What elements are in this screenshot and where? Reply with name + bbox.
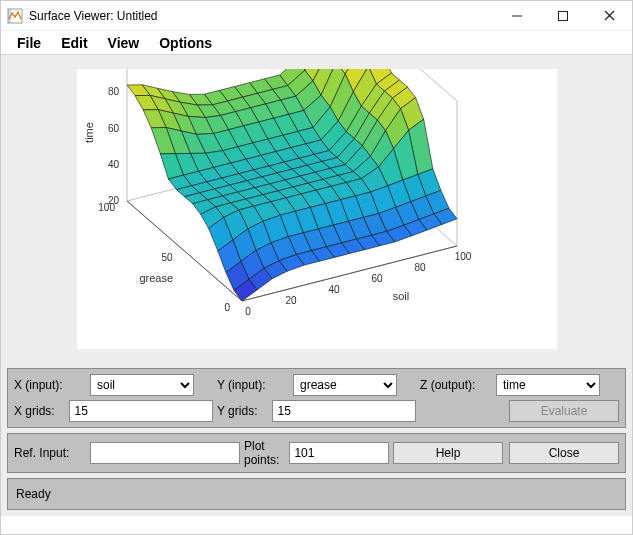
controls: X (input): soil Y (input): grease Z (out… bbox=[1, 363, 632, 516]
svg-text:60: 60 bbox=[371, 273, 383, 284]
menu-options[interactable]: Options bbox=[149, 33, 222, 53]
svg-text:40: 40 bbox=[107, 159, 119, 170]
window-title: Surface Viewer: Untitled bbox=[29, 9, 158, 23]
xgrids-input[interactable] bbox=[69, 400, 213, 422]
plotpoints-label: Plot points: bbox=[244, 439, 283, 467]
xinput-label: X (input): bbox=[14, 378, 84, 392]
titlebar: Surface Viewer: Untitled bbox=[1, 1, 632, 31]
ygrids-input[interactable] bbox=[272, 400, 416, 422]
minimize-button[interactable] bbox=[494, 1, 540, 31]
svg-text:time: time bbox=[83, 122, 95, 143]
input-panel: X (input): soil Y (input): grease Z (out… bbox=[7, 368, 626, 428]
svg-text:grease: grease bbox=[139, 272, 173, 284]
menu-edit[interactable]: Edit bbox=[51, 33, 97, 53]
svg-text:20: 20 bbox=[285, 295, 297, 306]
evaluate-button[interactable]: Evaluate bbox=[509, 400, 619, 422]
svg-rect-3 bbox=[559, 11, 568, 20]
status-text: Ready bbox=[16, 487, 51, 501]
zoutput-select[interactable]: time bbox=[496, 374, 600, 396]
yinput-select[interactable]: grease bbox=[293, 374, 397, 396]
svg-text:40: 40 bbox=[328, 284, 340, 295]
svg-text:20: 20 bbox=[107, 195, 119, 206]
svg-text:100: 100 bbox=[454, 251, 471, 262]
yinput-label: Y (input): bbox=[217, 378, 287, 392]
maximize-button[interactable] bbox=[540, 1, 586, 31]
svg-text:0: 0 bbox=[245, 306, 251, 317]
app-icon bbox=[7, 8, 23, 24]
svg-text:50: 50 bbox=[161, 252, 173, 263]
svg-rect-1 bbox=[8, 9, 11, 23]
ygrids-label: Y grids: bbox=[217, 404, 266, 418]
menu-view[interactable]: View bbox=[98, 33, 150, 53]
xinput-select[interactable]: soil bbox=[90, 374, 194, 396]
menu-file[interactable]: File bbox=[7, 33, 51, 53]
plotpoints-input[interactable] bbox=[289, 442, 389, 464]
refinput-label: Ref. Input: bbox=[14, 446, 84, 460]
zoutput-label: Z (output): bbox=[420, 378, 490, 392]
svg-text:60: 60 bbox=[107, 123, 119, 134]
svg-text:0: 0 bbox=[224, 302, 230, 313]
close-button[interactable]: Close bbox=[509, 442, 619, 464]
help-button[interactable]: Help bbox=[393, 442, 503, 464]
menubar: File Edit View Options bbox=[1, 31, 632, 55]
svg-text:80: 80 bbox=[414, 262, 426, 273]
refinput-input[interactable] bbox=[90, 442, 240, 464]
xgrids-label: X grids: bbox=[14, 404, 63, 418]
status-bar: Ready bbox=[7, 478, 626, 510]
plot-area: 02040608010005010020406080100soilgreaset… bbox=[1, 55, 632, 363]
window-controls bbox=[494, 1, 632, 31]
close-window-button[interactable] bbox=[586, 1, 632, 31]
ref-panel: Ref. Input: Plot points: Help Close bbox=[7, 433, 626, 473]
surface-plot[interactable]: 02040608010005010020406080100soilgreaset… bbox=[77, 69, 557, 349]
svg-text:soil: soil bbox=[392, 290, 409, 302]
svg-text:80: 80 bbox=[107, 86, 119, 97]
